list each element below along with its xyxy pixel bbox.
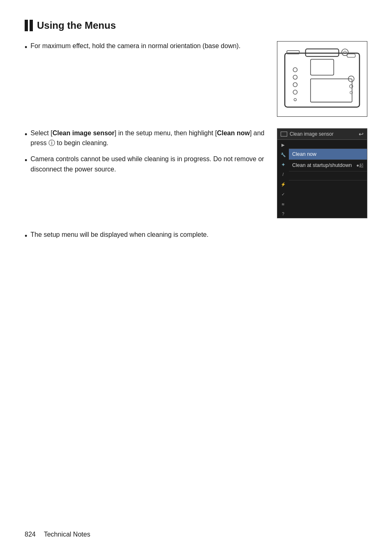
footer-page-number: 824 <box>25 531 36 538</box>
title-bar-1 <box>25 20 28 31</box>
bullet-dot-3: • <box>25 155 27 167</box>
page-footer: 824 Technical Notes <box>25 531 90 538</box>
bottom-bullets: • Select [Clean image sensor] in the set… <box>25 128 265 180</box>
bullet-item-2: • Select [Clean image sensor] in the set… <box>25 128 265 149</box>
bottom-section: • Select [Clean image sensor] in the set… <box>25 128 367 218</box>
bullet-text-2: Select [Clean image sensor] in the setup… <box>30 128 265 149</box>
menu-body: ▶ 🔧 ✦ / ⚡ ✓ ≋ ? Clean now <box>277 140 367 218</box>
menu-item-empty-2 <box>289 171 367 180</box>
menu-header-text: Clean image sensor <box>290 131 334 137</box>
menu-header-icon <box>281 132 287 137</box>
menu-items-column: Clean now Clean at startup/shutdown ●起 <box>289 140 367 218</box>
svg-point-11 <box>294 98 296 101</box>
menu-item-empty-3 <box>289 180 367 190</box>
menu-item-startup-text: Clean at startup/shutdown <box>292 162 352 168</box>
top-bullet-text: • For maximum effect, hold the camera in… <box>25 41 265 59</box>
bullet-item-1: • For maximum effect, hold the camera in… <box>25 41 265 53</box>
menu-icon-check: ✓ <box>279 191 287 198</box>
svg-rect-6 <box>311 79 352 102</box>
svg-point-10 <box>293 90 297 94</box>
svg-point-7 <box>293 68 297 72</box>
bullet-dot-4: • <box>25 231 27 242</box>
menu-back-icon: ↩ <box>359 131 364 137</box>
menu-icon-pencil: / <box>279 171 287 178</box>
bullet-text-1: For maximum effect, hold the camera in n… <box>30 41 265 51</box>
footer-section-label: Technical Notes <box>44 531 90 538</box>
menu-item-clean-now: Clean now <box>289 149 367 160</box>
menu-screenshot: Clean image sensor ↩ ▶ 🔧 ✦ / ⚡ ✓ ≋ ? <box>277 128 367 218</box>
bullet-dot-1: • <box>25 42 27 53</box>
bullet-item-4: • The setup menu will be displayed when … <box>25 230 367 242</box>
bullet-text-3: Camera controls cannot be used while cle… <box>30 154 265 175</box>
camera-image <box>277 41 367 117</box>
menu-icon-wrench: ✦ <box>279 161 287 169</box>
menu-icon-lightning: ⚡ <box>279 181 287 188</box>
menu-item-clean-startup: Clean at startup/shutdown ●起 <box>289 160 367 171</box>
bullet-dot-2: • <box>25 129 27 141</box>
menu-icon-wifi: ≋ <box>279 201 287 208</box>
section-title-text: Using the Menus <box>37 20 116 31</box>
bullet-text-4: The setup menu will be displayed when cl… <box>30 230 367 240</box>
menu-item-startup-icon: ●起 <box>356 162 364 169</box>
camera-illustration <box>281 45 364 111</box>
top-section: • For maximum effect, hold the camera in… <box>25 41 367 117</box>
section-title: Using the Menus <box>25 20 367 31</box>
menu-item-empty-1 <box>289 140 367 149</box>
menu-header-left: Clean image sensor <box>281 131 334 137</box>
svg-point-13 <box>350 85 353 88</box>
svg-point-9 <box>293 83 297 87</box>
menu-item-startup-row: Clean at startup/shutdown ●起 <box>292 162 364 169</box>
page-content: Using the Menus • For maximum effect, ho… <box>0 0 392 272</box>
menu-icon-camera: 🔧 <box>279 151 287 159</box>
svg-rect-5 <box>311 59 334 75</box>
menu-icon-question: ? <box>279 211 287 218</box>
svg-point-8 <box>293 75 297 79</box>
title-bars-icon <box>25 20 33 31</box>
menu-icon-play: ▶ <box>279 141 287 149</box>
title-bar-2 <box>30 20 33 31</box>
menu-icons-column: ▶ 🔧 ✦ / ⚡ ✓ ≋ ? <box>277 140 289 218</box>
menu-item-clean-now-text: Clean now <box>292 151 316 157</box>
svg-rect-15 <box>347 54 355 57</box>
menu-header: Clean image sensor ↩ <box>277 129 367 140</box>
bullet-item-3: • Camera controls cannot be used while c… <box>25 154 265 175</box>
